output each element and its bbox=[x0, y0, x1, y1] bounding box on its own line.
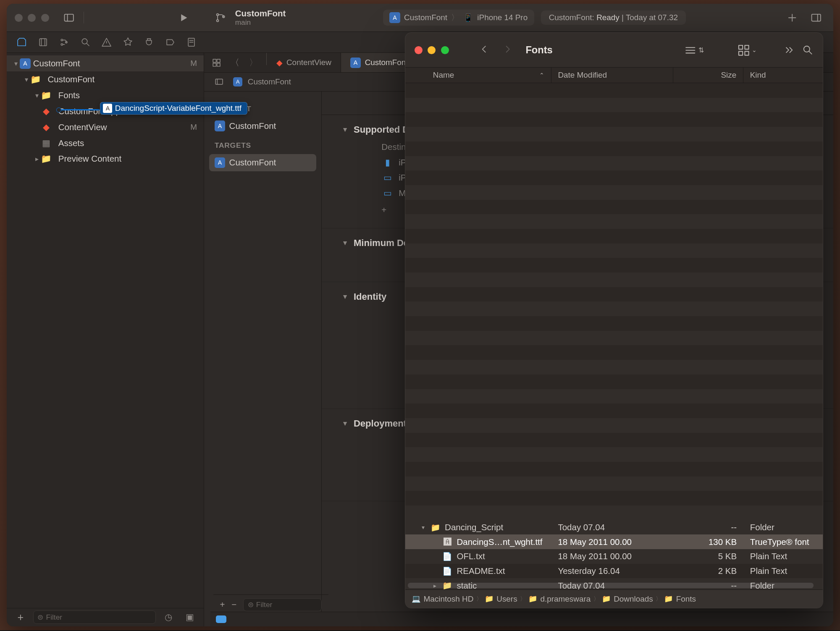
disclosure-icon[interactable]: ▸ bbox=[33, 155, 41, 163]
xcode-traffic-lights[interactable] bbox=[15, 14, 49, 22]
folder-icon: 💻 bbox=[412, 594, 421, 603]
navigator-row[interactable]: ▾📁CustomFont bbox=[7, 71, 204, 87]
branch-icon[interactable] bbox=[211, 8, 230, 27]
empty-row bbox=[405, 331, 823, 346]
path-label: Downloads bbox=[614, 594, 653, 604]
finder-row[interactable]: 📄OFL.txt18 May 2011 00.005 KBPlain Text bbox=[405, 549, 823, 564]
path-segment[interactable]: 📁Fonts bbox=[664, 594, 696, 604]
navigator-tree[interactable]: ▾ACustomFontM▾📁CustomFont▾📁Fonts◆CustomF… bbox=[7, 53, 204, 608]
nav-fwd-icon[interactable]: 〉 bbox=[245, 55, 262, 71]
svg-rect-8 bbox=[811, 14, 820, 21]
back-button-icon[interactable] bbox=[475, 40, 493, 60]
finder-row[interactable]: ▾📁Dancing_ScriptToday 07.04--Folder bbox=[405, 520, 823, 535]
add-button-icon[interactable]: + bbox=[12, 609, 29, 625]
library-icon[interactable] bbox=[807, 8, 825, 27]
plus-icon[interactable] bbox=[783, 8, 801, 27]
folder-icon: 📁 bbox=[430, 522, 441, 532]
target-item[interactable]: A CustomFont bbox=[209, 154, 316, 171]
nav-back-icon[interactable]: 〈 bbox=[226, 55, 244, 71]
group-by-icon[interactable]: ⌄ bbox=[737, 44, 757, 57]
navigator-row[interactable]: ▾📁Fonts bbox=[7, 87, 204, 103]
issue-navigator-icon[interactable] bbox=[98, 34, 115, 50]
debug-view-icon[interactable] bbox=[216, 615, 226, 623]
forward-button-icon[interactable] bbox=[499, 40, 516, 60]
path-segment[interactable]: 📁Users bbox=[485, 594, 517, 604]
targets-section-label: TARGETS bbox=[215, 141, 311, 150]
navigator-row[interactable]: ▸📁Preview Content bbox=[7, 151, 204, 167]
empty-row bbox=[405, 83, 823, 98]
test-navigator-icon[interactable] bbox=[119, 34, 136, 50]
editor-tab-contentview[interactable]: ◆ ContentView bbox=[267, 53, 341, 72]
debug-navigator-icon[interactable] bbox=[140, 34, 158, 50]
svg-marker-2 bbox=[181, 14, 187, 21]
folder-icon: 📁 bbox=[602, 594, 611, 603]
report-navigator-icon[interactable] bbox=[183, 34, 200, 50]
scm-status: M bbox=[190, 123, 197, 132]
svg-line-17 bbox=[87, 43, 89, 46]
filter-placeholder: Filter bbox=[46, 613, 63, 622]
file-size: 5 KB bbox=[673, 551, 743, 561]
navigator-row[interactable]: ◆ContentViewM bbox=[7, 119, 204, 135]
navigator-filter[interactable]: ⊜ Filter bbox=[33, 610, 156, 624]
remove-target-icon[interactable]: − bbox=[231, 600, 236, 610]
tab-label: CustomFont bbox=[365, 58, 408, 67]
finder-path-bar[interactable]: 💻Macintosh HD〉📁Users〉📁d.prameswara〉📁Down… bbox=[405, 589, 823, 608]
disclosure-icon[interactable]: ▾ bbox=[420, 524, 426, 531]
source-control-navigator-icon[interactable] bbox=[34, 34, 52, 50]
svg-rect-10 bbox=[39, 39, 47, 46]
disclosure-icon[interactable]: ▾ bbox=[33, 92, 41, 99]
sort-caret-icon: ⌃ bbox=[539, 72, 544, 79]
run-button-icon[interactable] bbox=[174, 8, 193, 27]
chevron-right-icon: 〉 bbox=[593, 595, 599, 603]
disclosure-icon[interactable]: ▼ bbox=[342, 239, 349, 247]
disclosure-icon[interactable]: ▼ bbox=[342, 126, 349, 134]
scm-filter-icon[interactable]: ▣ bbox=[181, 609, 198, 625]
finder-row[interactable]: 🅰DancingS…nt_wght.ttf18 May 2011 00.0013… bbox=[405, 534, 823, 549]
font-file-icon: A bbox=[103, 104, 112, 113]
navigator-row[interactable]: ▾ACustomFontM bbox=[7, 55, 204, 71]
target-filter[interactable]: ⊜Filter bbox=[243, 598, 322, 612]
file-kind: Plain Text bbox=[743, 566, 823, 576]
empty-row bbox=[405, 403, 823, 418]
empty-row bbox=[405, 477, 823, 491]
column-size[interactable]: Size bbox=[673, 68, 743, 83]
project-item[interactable]: A CustomFont bbox=[209, 118, 316, 135]
breakpoint-navigator-icon[interactable] bbox=[162, 34, 179, 50]
recent-icon[interactable]: ◷ bbox=[160, 609, 177, 625]
file-name: DancingS…nt_wght.ttf bbox=[457, 537, 543, 547]
disclosure-icon[interactable]: ▼ bbox=[342, 420, 349, 427]
status-suffix: | Today at 07.32 bbox=[622, 13, 678, 22]
scheme-selector[interactable]: A CustomFont 〉 📱 iPhone 14 Pro bbox=[383, 10, 534, 26]
finder-file-list[interactable]: ▾📁Dancing_ScriptToday 07.04--Folder🅰Danc… bbox=[405, 83, 823, 589]
finder-traffic-lights[interactable] bbox=[415, 46, 449, 54]
disclosure-icon[interactable]: ▾ bbox=[23, 76, 31, 84]
sidebar-toggle-icon[interactable] bbox=[60, 8, 78, 27]
find-navigator-icon[interactable] bbox=[77, 34, 94, 50]
scheme-project-icon: A bbox=[389, 12, 400, 23]
folder-icon: 📁 bbox=[664, 594, 673, 603]
path-segment[interactable]: 📁Downloads bbox=[602, 594, 653, 604]
finder-row[interactable]: 📄README.txtYesterday 16.042 KBPlain Text bbox=[405, 564, 823, 579]
related-items-icon[interactable] bbox=[210, 74, 228, 90]
add-target-icon[interactable]: + bbox=[220, 600, 225, 610]
project-navigator-icon[interactable] bbox=[13, 34, 31, 50]
navigator-row[interactable]: ▦Assets bbox=[7, 135, 204, 151]
path-segment[interactable]: 💻Macintosh HD bbox=[412, 594, 473, 604]
column-kind[interactable]: Kind bbox=[743, 68, 823, 83]
empty-row bbox=[405, 141, 823, 156]
editor-layout-icon[interactable] bbox=[208, 55, 225, 71]
path-segment[interactable]: 📁d.prameswara bbox=[528, 594, 591, 604]
column-name[interactable]: Name⌃ bbox=[405, 68, 551, 83]
column-date[interactable]: Date Modified bbox=[551, 68, 673, 83]
empty-row bbox=[405, 243, 823, 258]
swift-icon: ◆ bbox=[41, 122, 52, 132]
view-options-icon[interactable]: ⇅ bbox=[684, 44, 704, 57]
symbol-navigator-icon[interactable] bbox=[55, 34, 73, 50]
empty-row bbox=[405, 447, 823, 462]
disclosure-icon[interactable]: ▼ bbox=[342, 293, 349, 301]
search-icon[interactable] bbox=[802, 44, 814, 56]
scrollbar[interactable] bbox=[408, 583, 814, 588]
path-label: Users bbox=[496, 594, 517, 604]
disclosure-icon[interactable]: ▾ bbox=[12, 60, 20, 68]
more-icon[interactable] bbox=[783, 44, 795, 56]
